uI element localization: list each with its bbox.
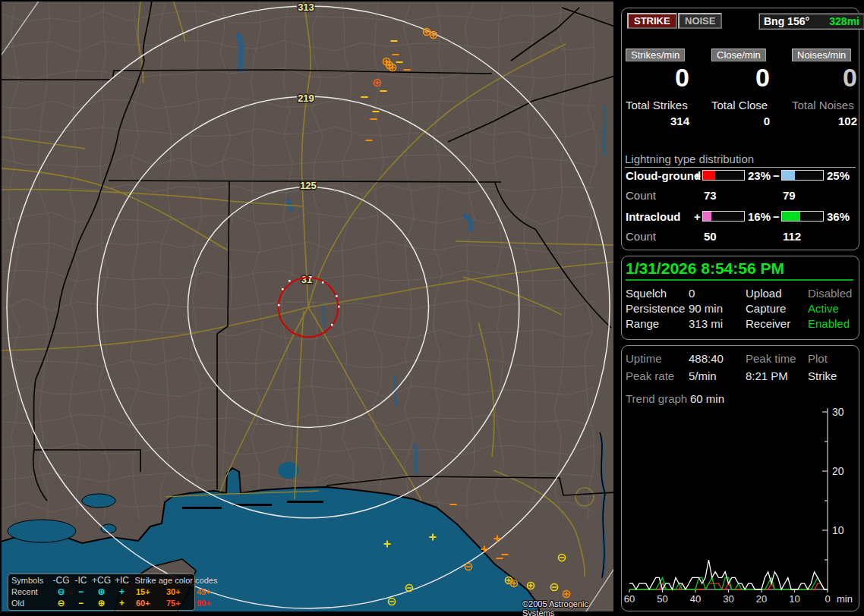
close-per-min-value: 0	[711, 63, 770, 93]
strikes-per-min-value: 0	[626, 63, 689, 93]
status-row: Squelch 0 Upload Disabled	[622, 287, 860, 300]
total-noises-value: 102	[792, 115, 857, 127]
trend-x-tick: 20	[756, 593, 767, 605]
barrier-island	[182, 507, 222, 509]
strike-dot	[336, 295, 338, 297]
trend-y-tick: 10	[832, 524, 844, 536]
trend-series-strike-rate	[629, 560, 828, 589]
squelch-value: 0	[689, 287, 695, 300]
legend-row-recent: Recent⊖−⊕+15+30+45+	[11, 586, 191, 598]
status-panel: 1/31/2026 8:54:56 PM Squelch 0 Upload Di…	[621, 256, 859, 340]
total-strikes-label: Total Strikes	[626, 99, 689, 112]
ring-label-313: 313	[298, 2, 314, 13]
trend-y-tick: 20	[832, 465, 844, 477]
strike-dot	[331, 324, 333, 326]
cg-neg-pct: 25%	[827, 169, 850, 182]
legend-symbols-label: Symbols	[11, 575, 51, 586]
receiver-value: Enabled	[808, 317, 850, 330]
ring-label-31: 31	[301, 274, 312, 285]
lake	[8, 520, 76, 542]
legend-row-label: Old	[11, 598, 51, 609]
noises-counter: Noises/min 0 Total Noises 102	[792, 48, 857, 131]
cg-neg-count: 79	[783, 189, 796, 202]
cg-pos-bar	[702, 170, 745, 181]
squelch-label: Squelch	[626, 287, 667, 300]
legend-col--ic: -IC	[71, 575, 90, 586]
legend-symbol-cg-plus-icon: ⊕	[90, 598, 112, 609]
trend-panel: Uptime 488:40 Peak time Plot Peak rate 5…	[621, 345, 859, 611]
trend-x-tick: 30	[723, 593, 733, 605]
total-close-label: Total Close	[711, 99, 770, 112]
legend-symbol-ic-minus-icon: −	[71, 598, 90, 609]
date-time: 1/31/2026 8:54:56 PM	[626, 259, 853, 281]
range-value: 313 mi	[689, 317, 723, 330]
legend-symbol-ic-plus-icon: +	[112, 586, 131, 598]
cloud-ground-row: Cloud-ground + 23% − 25%	[622, 169, 860, 181]
bearing-readout: Bng 156° 328mi	[758, 13, 864, 30]
legend-age-15+: 15+	[131, 586, 162, 598]
legend-symbol-cg-minus-icon: ⊖	[51, 586, 71, 598]
capture-value: Active	[808, 302, 839, 315]
strike-dot	[278, 304, 280, 306]
persistence-value: 90 min	[689, 302, 723, 315]
lake	[82, 494, 115, 508]
strike-legend: Symbols -CG -IC +CG +IC Strike age color…	[8, 574, 195, 611]
legend-symbol-cg-plus-icon: ⊕	[90, 586, 112, 598]
ic-pos-count: 50	[704, 230, 717, 243]
plus-sign: +	[694, 210, 701, 223]
strikes-counter: Strikes/min 0 Total Strikes 314	[626, 48, 689, 131]
trend-x-tick: 0	[825, 593, 830, 605]
counters-panel: STRIKE NOISE Bng 156° 328mi Strikes/min …	[621, 8, 859, 250]
intracloud-count-row: Count 50 112	[622, 230, 860, 242]
ic-neg-pct: 36%	[827, 210, 850, 223]
sidebar: STRIKE NOISE Bng 156° 328mi Strikes/min …	[615, 0, 864, 616]
barrier-island	[287, 501, 323, 503]
legend-row-label: Recent	[11, 586, 51, 598]
noises-per-min-label: Noises/min	[792, 49, 851, 61]
barrier-island	[234, 504, 272, 506]
distribution-title: Lightning type distribution	[625, 152, 856, 168]
legend-symbol-cg-minus-icon: ⊖	[51, 598, 71, 609]
bearing-label: Bng 156°	[764, 15, 809, 27]
trend-x-unit: min	[837, 593, 853, 605]
capture-label: Capture	[746, 302, 786, 315]
legend-col-+ic: +IC	[112, 575, 131, 586]
total-noises-label: Total Noises	[792, 99, 857, 112]
minus-sign: −	[773, 169, 780, 182]
persistence-label: Persistence	[626, 302, 685, 315]
cg-neg-bar	[781, 170, 824, 181]
strike-dot	[310, 276, 312, 278]
noise-mode-button[interactable]: NOISE	[678, 13, 722, 29]
intracloud-row: Intracloud + 16% − 36%	[622, 210, 860, 222]
close-per-min-label: Close/min	[711, 49, 766, 61]
legend-symbol-ic-plus-icon: +	[112, 598, 131, 609]
bearing-distance: 328mi	[829, 15, 859, 27]
lightning-map: 31321912531	[2, 2, 613, 611]
ring-label-125: 125	[300, 180, 317, 191]
range-label: Range	[626, 317, 659, 330]
receiver-label: Receiver	[746, 317, 790, 330]
count-label: Count	[626, 189, 656, 202]
total-strikes-value: 314	[626, 115, 689, 127]
upload-value: Disabled	[808, 287, 852, 300]
strike-mode-button[interactable]: STRIKE	[627, 13, 677, 29]
legend-symbol-ic-minus-icon: −	[71, 586, 90, 598]
total-close-value: 0	[711, 115, 770, 127]
legend-col-+cg: +CG	[90, 575, 112, 586]
map-canvas[interactable]: 31321912531 Symbols -CG -IC +CG +IC Stri…	[2, 2, 613, 611]
legend-age-title: Strike age color codes	[131, 575, 221, 586]
cloud-ground-count-row: Count 73 79	[622, 189, 860, 201]
cg-pos-pct: 23%	[748, 169, 771, 182]
count-label: Count	[626, 230, 656, 243]
strike-dot	[289, 280, 291, 282]
strike-dot	[338, 306, 340, 308]
upload-label: Upload	[746, 287, 782, 300]
strike-dot	[322, 281, 324, 284]
legend-age-45+: 45+	[192, 586, 221, 598]
noises-per-min-value: 0	[792, 63, 857, 93]
ic-pos-pct: 16%	[748, 210, 771, 223]
close-counter: Close/min 0 Total Close 0	[711, 48, 770, 131]
minus-sign: −	[773, 210, 780, 223]
legend-age-75+: 75+	[162, 598, 192, 609]
trend-y-tick: 30	[832, 406, 844, 418]
